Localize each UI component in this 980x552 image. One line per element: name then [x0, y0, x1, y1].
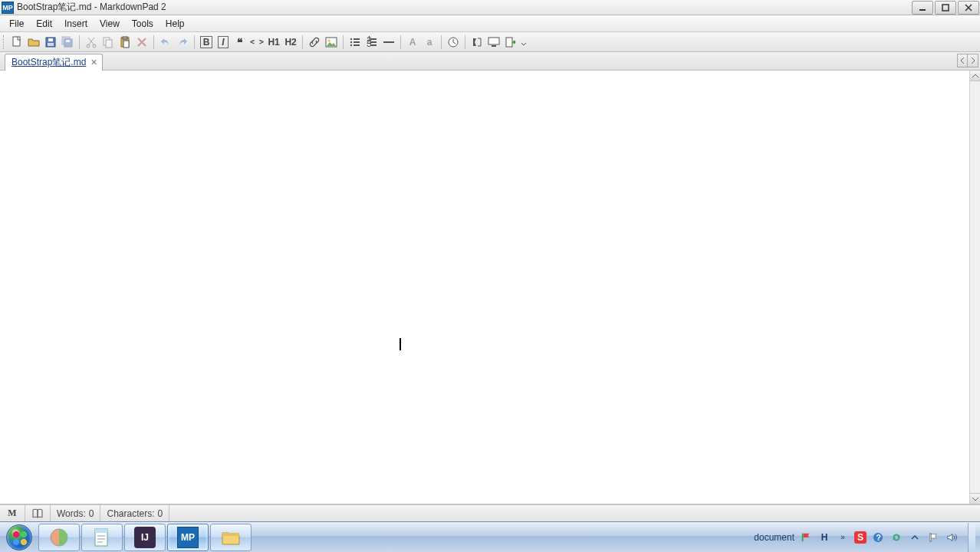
new-file-button[interactable]: [9, 34, 25, 50]
italic-icon: I: [218, 36, 228, 48]
save-button[interactable]: [43, 34, 58, 50]
show-desktop-button[interactable]: [968, 523, 975, 552]
svg-rect-38: [222, 533, 239, 536]
tray-flag-icon[interactable]: [799, 531, 813, 544]
h2-icon: H2: [284, 37, 296, 48]
menu-view[interactable]: View: [94, 17, 126, 31]
bold-icon: B: [200, 36, 213, 48]
ol-button[interactable]: 123: [364, 34, 380, 50]
timestamp-button[interactable]: [446, 34, 461, 50]
paste-button[interactable]: [117, 34, 133, 50]
tray-action-center-icon[interactable]: [926, 531, 940, 544]
open-button[interactable]: [26, 34, 41, 50]
svg-rect-15: [123, 41, 129, 48]
save-all-icon: [61, 36, 74, 48]
chevron-right-icon: [971, 58, 975, 64]
save-all-button[interactable]: [60, 34, 75, 50]
redo-button[interactable]: [175, 34, 190, 50]
h1-button[interactable]: H1: [266, 34, 281, 50]
tray-speaker-icon[interactable]: [945, 531, 959, 544]
tray-ime-icon[interactable]: H: [817, 531, 831, 544]
taskbar-app-2[interactable]: [81, 524, 123, 551]
window-title: BootStrap笔记.md - MarkdownPad 2: [17, 1, 911, 14]
tray-sync-icon[interactable]: [890, 531, 903, 544]
system-tray: document H » S ?: [754, 523, 978, 552]
status-markdown-mode[interactable]: M: [0, 505, 25, 521]
svg-rect-4: [48, 38, 53, 41]
taskbar-app-3[interactable]: IJ: [124, 524, 166, 551]
quote-button[interactable]: ❝: [232, 34, 248, 50]
copy-button[interactable]: [100, 34, 116, 50]
app-icon: MP: [2, 2, 14, 14]
svg-point-20: [350, 41, 352, 42]
export-button[interactable]: [503, 34, 518, 50]
tab-close-button[interactable]: ✕: [90, 58, 97, 67]
status-characters: Characters: 0: [100, 505, 169, 521]
uppercase-button[interactable]: A: [405, 34, 420, 50]
svg-rect-5: [48, 43, 54, 46]
toggle-preview-button[interactable]: [469, 34, 485, 50]
ul-button[interactable]: [347, 34, 363, 50]
status-bar: M Words: 0 Characters: 0: [0, 504, 980, 521]
svg-text:3: 3: [367, 38, 372, 48]
start-button[interactable]: [2, 524, 37, 551]
tray-sogou-icon[interactable]: S: [854, 531, 867, 544]
menu-file[interactable]: File: [3, 17, 30, 31]
taskbar-app-1[interactable]: [38, 524, 80, 551]
minimize-button[interactable]: [912, 1, 933, 15]
app-icon: [48, 527, 70, 548]
status-reading-mode[interactable]: [25, 505, 51, 521]
link-button[interactable]: [307, 34, 322, 50]
editor-area: [0, 71, 980, 504]
scroll-down-button[interactable]: [970, 493, 980, 504]
svg-rect-14: [123, 37, 127, 39]
delete-icon: [136, 36, 148, 48]
scroll-up-button[interactable]: [970, 71, 980, 81]
taskbar-app-markdownpad[interactable]: MP: [167, 524, 209, 551]
vertical-scrollbar[interactable]: [969, 71, 980, 504]
delete-button[interactable]: [134, 34, 150, 50]
overflow-button[interactable]: [520, 34, 528, 50]
tab-nav-next[interactable]: [968, 54, 978, 67]
quote-icon: ❝: [237, 36, 243, 48]
menu-help[interactable]: Help: [159, 17, 191, 31]
preview-browser-button[interactable]: [486, 34, 502, 50]
tray-help-icon[interactable]: ?: [871, 531, 885, 544]
chevron-down-icon: [972, 497, 978, 501]
taskbar-app-explorer[interactable]: [210, 524, 252, 551]
markdown-editor[interactable]: [0, 71, 969, 504]
paste-icon: [119, 36, 131, 48]
undo-button[interactable]: [158, 34, 173, 50]
lowercase-button[interactable]: a: [422, 34, 437, 50]
cut-button[interactable]: [84, 34, 99, 50]
document-tab[interactable]: BootStrap笔记.md ✕: [5, 54, 103, 71]
h2-button[interactable]: H2: [283, 34, 298, 50]
toolbar-separator: [302, 35, 303, 49]
svg-rect-8: [66, 40, 70, 42]
status-words: Words: 0: [51, 505, 100, 521]
tray-up-caret-icon[interactable]: [908, 531, 922, 544]
maximize-button[interactable]: [935, 1, 956, 15]
title-bar: MP BootStrap笔记.md - MarkdownPad 2: [0, 0, 980, 15]
chars-value: 0: [158, 508, 163, 519]
image-button[interactable]: [324, 34, 339, 50]
svg-rect-34: [506, 38, 512, 47]
svg-rect-19: [354, 38, 360, 40]
menu-insert[interactable]: Insert: [58, 17, 94, 31]
window-controls: [911, 0, 980, 15]
menu-edit[interactable]: Edit: [30, 17, 58, 31]
hr-button[interactable]: [381, 34, 396, 50]
tray-chevrons-icon[interactable]: »: [836, 531, 850, 544]
menu-tools[interactable]: Tools: [126, 17, 159, 31]
code-button[interactable]: < >: [249, 34, 265, 50]
close-button[interactable]: [958, 1, 979, 15]
h1-icon: H1: [268, 37, 279, 48]
svg-rect-1: [942, 5, 949, 11]
svg-rect-0: [919, 9, 926, 11]
toolbar-separator: [465, 35, 465, 49]
toolbar-separator: [441, 35, 442, 49]
italic-button[interactable]: I: [215, 34, 231, 50]
notepad-icon: [91, 527, 113, 548]
bold-button[interactable]: B: [199, 34, 214, 50]
tab-nav-prev[interactable]: [957, 54, 968, 67]
